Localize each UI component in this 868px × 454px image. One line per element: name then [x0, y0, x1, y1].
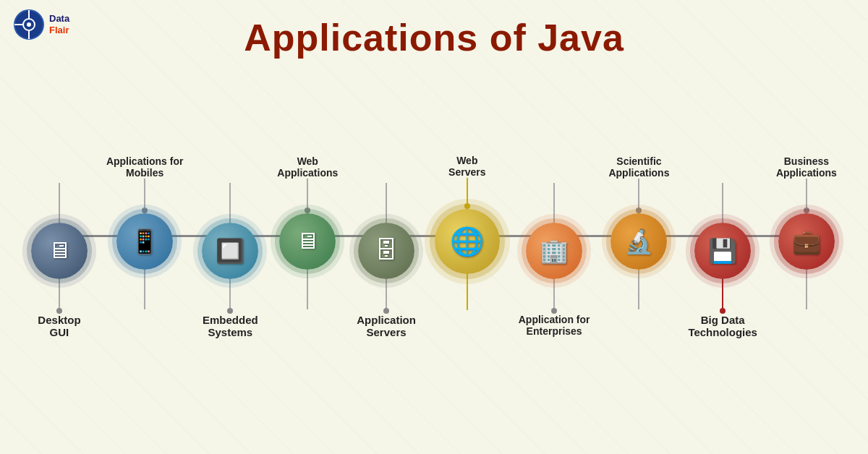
node-bigdata: 💾 Big DataTechnologies	[688, 147, 757, 346]
node-business: BusinessApplications 💼	[776, 147, 837, 346]
vline-bottom-scientific	[638, 270, 639, 309]
vline-top-mobile	[144, 179, 145, 207]
vline-bottom-embedded	[229, 279, 231, 308]
node-mobile: Applications forMobiles 📱	[106, 147, 184, 346]
node-scientific-label-top: ScientificApplications	[608, 147, 669, 179]
dot-webserver-top	[464, 203, 470, 209]
appserver-icon: 🗄	[375, 237, 398, 264]
desktop-icon: 🖥	[48, 237, 71, 264]
webapp-icon: 🖥	[296, 228, 319, 254]
timeline-area: 🖥 DesktopGUI Applications forMobiles 📱	[22, 72, 846, 419]
vline-bottom-business	[806, 270, 807, 309]
logo-text: Data Flair	[49, 13, 69, 35]
node-circle-bigdata: 💾	[694, 223, 751, 279]
vline-top-business	[806, 179, 807, 207]
node-circle-webserver: 🌐	[435, 209, 500, 274]
node-webserver: WebServers 🌐	[435, 146, 500, 346]
dot-desktop	[56, 308, 62, 314]
node-webapp-label-top: WebApplications	[277, 147, 338, 179]
node-embedded-label-bottom: EmbeddedSystems	[203, 314, 258, 346]
node-circle-webapp: 🖥	[279, 213, 336, 270]
dot-enterprise	[551, 308, 557, 314]
logo-icon	[13, 9, 45, 40]
page-title: Applications of Java	[0, 0, 868, 59]
dot-mobile-top	[142, 207, 148, 213]
vline-bottom-webapp	[307, 270, 308, 309]
dot-business-top	[804, 207, 809, 213]
node-scientific: ScientificApplications 🔬	[608, 147, 669, 346]
node-circle-mobile: 📱	[116, 213, 173, 270]
dot-bigdata	[720, 308, 726, 314]
node-desktop: 🖥 DesktopGUI	[31, 147, 88, 346]
scientific-icon: 🔬	[624, 228, 653, 255]
node-circle-business: 💼	[778, 213, 835, 270]
node-appserver-label-bottom: ApplicationServers	[357, 314, 416, 346]
node-circle-enterprise: 🏢	[526, 223, 582, 279]
vline-bottom-webserver	[467, 274, 468, 310]
node-appserver: 🗄 ApplicationServers	[357, 147, 416, 346]
business-icon: 💼	[792, 228, 821, 255]
vline-bottom-enterprise	[553, 279, 555, 308]
vline-top-webapp	[307, 179, 308, 207]
mobile-icon: 📱	[130, 228, 159, 255]
node-webserver-label-top: WebServers	[448, 146, 485, 178]
dot-scientific-top	[636, 207, 642, 213]
node-webapp: WebApplications 🖥	[277, 147, 338, 346]
dot-webapp-top	[305, 207, 310, 213]
vline-bottom-appserver	[386, 279, 387, 308]
node-desktop-label-bottom: DesktopGUI	[38, 314, 80, 346]
vline-top-webserver	[467, 178, 468, 203]
vline-bottom-mobile	[144, 270, 145, 309]
node-bigdata-label-bottom: Big DataTechnologies	[688, 314, 757, 346]
node-business-label-top: BusinessApplications	[776, 147, 837, 179]
node-circle-embedded: 🔲	[202, 223, 258, 279]
enterprise-icon: 🏢	[540, 237, 569, 265]
svg-point-2	[27, 22, 31, 27]
node-embedded: 🔲 EmbeddedSystems	[202, 147, 258, 346]
node-circle-scientific: 🔬	[610, 213, 667, 270]
dot-appserver	[383, 308, 389, 314]
vline-top-embedded	[229, 183, 231, 223]
vline-top-bigdata	[722, 183, 723, 223]
logo: Data Flair	[13, 9, 69, 40]
vline-bottom-desktop	[59, 279, 60, 308]
vline-top-scientific	[638, 179, 639, 207]
embedded-icon: 🔲	[216, 237, 244, 265]
bigdata-icon: 💾	[708, 237, 737, 265]
vline-bottom-bigdata	[722, 279, 723, 308]
vline-top-desktop	[59, 183, 60, 223]
main-container: Data Flair Applications of Java 🖥 Deskto…	[0, 0, 868, 454]
node-circle-desktop: 🖥	[31, 223, 88, 279]
webserver-icon: 🌐	[450, 226, 484, 257]
node-circle-appserver: 🗄	[358, 223, 414, 279]
nodes-container: 🖥 DesktopGUI Applications forMobiles 📱	[22, 72, 846, 419]
dot-embedded	[227, 308, 233, 314]
node-mobile-label-top: Applications forMobiles	[106, 147, 184, 179]
vline-top-enterprise	[553, 183, 555, 223]
node-enterprise-label-bottom: Application forEnterprises	[519, 314, 590, 346]
node-enterprise: 🏢 Application forEnterprises	[519, 147, 590, 346]
vline-top-appserver	[386, 183, 387, 223]
